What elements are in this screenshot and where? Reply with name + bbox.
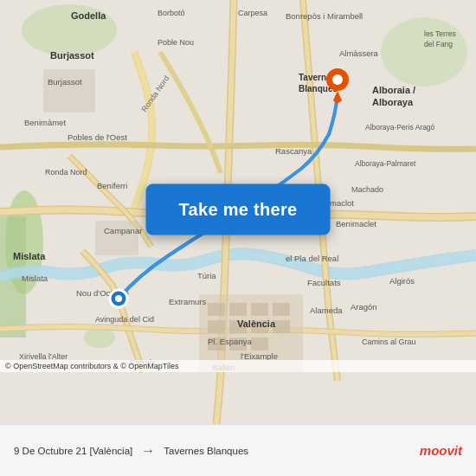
svg-point-67 [332,74,343,85]
footer-destination: Tavernes Blanques [164,446,248,456]
svg-text:Almàssera: Almàssera [339,48,379,58]
svg-rect-11 [208,320,225,333]
svg-rect-18 [43,69,95,113]
copyright-text: © OpenStreetMap contributors & © OpenMap… [5,362,179,370]
map-container: Godella Burjassot Burjassot Benimàmet Po… [0,0,476,424]
svg-text:Machado: Machado [351,185,383,194]
moovit-brand-text: moovit [420,443,462,458]
moovit-logo: moovit [420,443,462,458]
copyright-bar: © OpenStreetMap contributors & © OpenMap… [0,360,476,372]
svg-text:Mislata: Mislata [22,273,48,283]
svg-text:Poble Nou: Poble Nou [158,38,194,47]
svg-text:Camins al Grau: Camins al Grau [362,338,416,346]
svg-text:Borbotó: Borbotó [158,9,185,17]
svg-rect-8 [229,303,247,316]
footer-bar: 9 De Octubre 21 [València] → Tavernes Bl… [0,424,476,476]
svg-text:Pl. Espanya: Pl. Espanya [208,337,252,346]
svg-text:Ronda Nord: Ronda Nord [45,168,87,177]
svg-text:Alboraya-Palmaret: Alboraya-Palmaret [355,159,416,168]
svg-text:València: València [237,318,276,329]
svg-text:Alboraya: Alboraya [372,97,414,107]
svg-text:Alboraya-Peris Aragó: Alboraya-Peris Aragó [365,123,435,132]
svg-rect-7 [208,303,225,316]
svg-text:Burjassot: Burjassot [50,50,94,61]
footer-origin: 9 De Octubre 21 [València] [14,446,132,456]
svg-text:Campanar: Campanar [104,226,142,235]
svg-text:Godella: Godella [71,10,106,21]
svg-text:Avinguda del Cid: Avinguda del Cid [95,315,154,324]
footer-arrow: → [141,443,155,459]
svg-text:Algirós: Algirós [389,276,415,286]
svg-text:Rascanya: Rascanya [275,146,312,156]
svg-text:Aragón: Aragón [351,302,377,312]
svg-rect-10 [273,303,290,316]
svg-text:el Pla del Real: el Pla del Real [286,254,338,263]
svg-text:Carpesa: Carpesa [238,9,267,17]
svg-text:Benimaclet: Benimaclet [336,219,376,228]
footer-route: 9 De Octubre 21 [València] → Tavernes Bl… [14,443,420,459]
svg-text:Extramurs: Extramurs [169,297,207,306]
svg-rect-9 [251,303,268,316]
svg-text:Bonrepòs i Mirambell: Bonrepòs i Mirambell [286,11,363,21]
svg-point-65 [115,295,122,302]
svg-point-5 [381,17,467,87]
svg-text:Alboraia /: Alboraia / [372,85,415,95]
svg-rect-17 [251,338,268,351]
svg-text:Beniferri: Beniferri [97,181,127,190]
svg-text:Alameda: Alameda [310,306,343,315]
svg-text:les Terres: les Terres [424,29,456,38]
take-me-there-button[interactable]: Take me there [146,184,331,235]
svg-text:del Fang: del Fang [424,40,453,48]
svg-text:Benimàmet: Benimàmet [24,118,66,127]
svg-text:Burjassot: Burjassot [48,77,82,87]
svg-text:Facultats: Facultats [307,278,341,287]
svg-text:Mislata: Mislata [13,251,46,261]
svg-text:Túria: Túria [197,271,216,280]
svg-text:Pobles de l'Oest: Pobles de l'Oest [68,132,127,142]
